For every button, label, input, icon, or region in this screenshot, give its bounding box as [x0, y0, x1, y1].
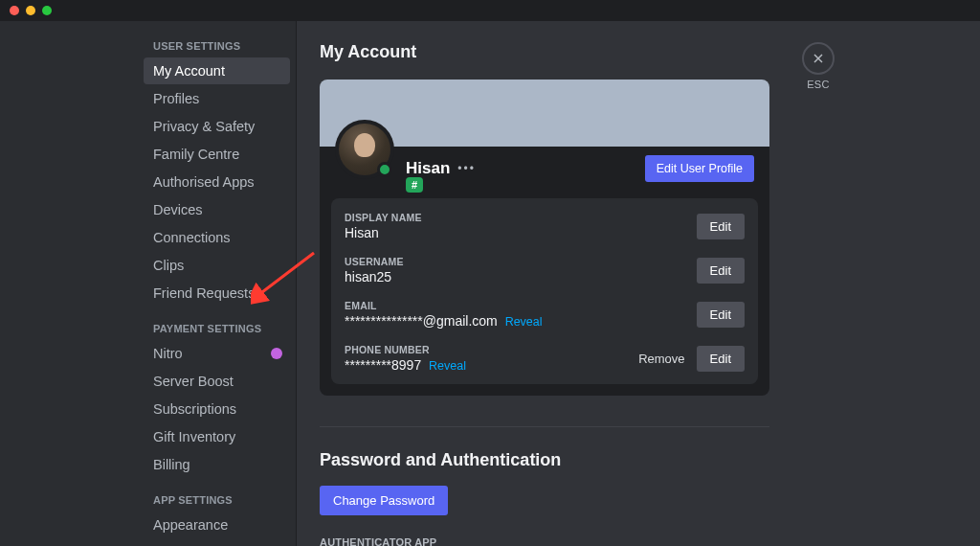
window-close-dot[interactable] [10, 6, 19, 15]
page-title: My Account [320, 42, 848, 62]
edit-email-button[interactable]: Edit [697, 302, 745, 328]
password-auth-title: Password and Authentication [320, 450, 848, 470]
sidebar-item-authorised-apps[interactable]: Authorised Apps [144, 169, 290, 195]
field-phone: PHONE NUMBER *********8997 Reveal Remove… [345, 344, 745, 373]
window-titlebar [0, 0, 980, 21]
field-label: USERNAME [345, 256, 404, 267]
avatar-wrap [335, 120, 394, 179]
sidebar-item-gift-inventory[interactable]: Gift Inventory [144, 423, 290, 450]
more-options-icon[interactable]: ••• [457, 162, 476, 175]
close-area: ESC [802, 42, 835, 90]
sidebar-section-user-settings: USER SETTINGS [144, 34, 290, 57]
nitro-badge-icon [271, 348, 282, 359]
sidebar-item-friend-requests[interactable]: Friend Requests [144, 280, 290, 307]
profile-card: Hisan ••• # Edit User Profile DISPLAY NA… [320, 80, 769, 396]
close-icon [811, 51, 826, 66]
field-email: EMAIL ***************@gmail.com Reveal E… [345, 300, 745, 329]
sidebar-item-connections[interactable]: Connections [144, 224, 290, 251]
status-online-icon [377, 162, 392, 177]
sidebar-item-billing[interactable]: Billing [144, 451, 290, 478]
sidebar-item-accessibility[interactable]: Accessibility [144, 539, 290, 546]
edit-phone-button[interactable]: Edit [697, 346, 745, 372]
sidebar-item-family-centre[interactable]: Family Centre [144, 141, 290, 168]
sidebar-item-privacy-safety[interactable]: Privacy & Safety [144, 113, 290, 140]
field-value: *********8997 Reveal [345, 357, 466, 373]
sidebar-item-my-account[interactable]: My Account [144, 57, 290, 84]
sidebar-item-appearance[interactable]: Appearance [144, 512, 290, 538]
sidebar-item-clips[interactable]: Clips [144, 252, 290, 279]
field-value: hisan25 [345, 269, 404, 284]
sidebar-item-subscriptions[interactable]: Subscriptions [144, 396, 290, 422]
left-gutter [0, 21, 144, 546]
reveal-email-link[interactable]: Reveal [505, 315, 543, 329]
window-maximize-dot[interactable] [42, 6, 52, 15]
sidebar-item-profiles[interactable]: Profiles [144, 85, 290, 112]
change-password-button[interactable]: Change Password [320, 486, 448, 515]
field-value: Hisan [345, 225, 422, 240]
section-divider [320, 426, 769, 427]
sidebar-section-payment-settings: PAYMENT SETTINGS [144, 317, 290, 340]
edit-user-profile-button[interactable]: Edit User Profile [645, 155, 754, 182]
profile-header: Hisan ••• # Edit User Profile [320, 147, 769, 198]
reveal-phone-link[interactable]: Reveal [429, 359, 466, 373]
authenticator-app-header: AUTHENTICATOR APP [320, 536, 848, 546]
profile-display-name: Hisan [406, 159, 450, 178]
hash-badge-icon: # [406, 177, 423, 193]
sidebar-item-nitro[interactable]: Nitro [144, 340, 290, 367]
account-fields: DISPLAY NAME Hisan Edit USERNAME hisan25… [331, 198, 758, 384]
sidebar-item-label: Nitro [153, 346, 183, 361]
sidebar-item-server-boost[interactable]: Server Boost [144, 368, 290, 395]
sidebar-section-app-settings: APP SETTINGS [144, 489, 290, 512]
remove-phone-button[interactable]: Remove [638, 352, 684, 366]
window-minimize-dot[interactable] [26, 6, 35, 15]
field-label: PHONE NUMBER [345, 344, 466, 355]
edit-username-button[interactable]: Edit [697, 258, 745, 284]
field-value: ***************@gmail.com Reveal [345, 313, 543, 329]
settings-sidebar: USER SETTINGS My Account Profiles Privac… [144, 21, 297, 546]
field-label: EMAIL [345, 300, 543, 311]
close-label: ESC [802, 79, 835, 90]
field-username: USERNAME hisan25 Edit [345, 256, 745, 284]
settings-content: ESC My Account Hisan ••• # Edit User Pro… [297, 21, 865, 546]
field-display-name: DISPLAY NAME Hisan Edit [345, 212, 745, 240]
sidebar-item-devices[interactable]: Devices [144, 196, 290, 223]
field-label: DISPLAY NAME [345, 212, 422, 223]
edit-display-name-button[interactable]: Edit [697, 214, 745, 239]
right-padding [865, 21, 980, 546]
close-button[interactable] [802, 42, 835, 75]
